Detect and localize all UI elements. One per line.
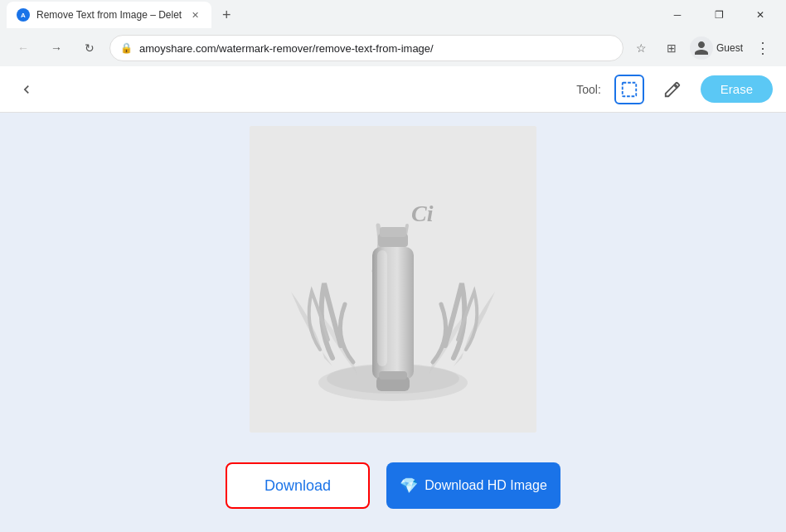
download-button[interactable]: Download bbox=[226, 462, 370, 509]
diamond-icon: 💎 bbox=[400, 476, 418, 495]
action-bar: Download 💎 Download HD Image bbox=[0, 452, 786, 519]
window-controls: ─ ❐ ✕ bbox=[658, 2, 779, 28]
svg-rect-8 bbox=[379, 371, 407, 380]
profile-label: Guest bbox=[716, 42, 743, 54]
profile-icon[interactable] bbox=[690, 36, 713, 60]
back-nav-button[interactable]: ← bbox=[10, 35, 36, 61]
app-toolbar: Tool: Erase bbox=[0, 66, 786, 113]
restore-button[interactable]: ❐ bbox=[700, 2, 738, 28]
close-button[interactable]: ✕ bbox=[741, 2, 779, 28]
new-tab-button[interactable]: + bbox=[215, 3, 238, 27]
browser-icon[interactable]: ⊞ bbox=[660, 36, 683, 60]
svg-rect-9 bbox=[377, 250, 387, 366]
tool-label: Tool: bbox=[576, 83, 601, 96]
image-area: Ci bbox=[250, 126, 536, 433]
title-bar: A Remove Text from Image – Delet ✕ + ─ ❐… bbox=[0, 0, 786, 30]
svg-rect-5 bbox=[380, 227, 406, 237]
tab-close-button[interactable]: ✕ bbox=[188, 8, 201, 22]
erase-button[interactable]: Erase bbox=[701, 75, 773, 103]
minimize-button[interactable]: ─ bbox=[658, 2, 696, 28]
tab-title: Remove Text from Image – Delet bbox=[36, 9, 182, 21]
lock-icon: 🔒 bbox=[120, 42, 133, 54]
tab-favicon: A bbox=[17, 8, 30, 22]
download-hd-button[interactable]: 💎 Download HD Image bbox=[386, 462, 560, 509]
svg-text:Ci: Ci bbox=[411, 201, 434, 226]
address-bar: ← → ↻ 🔒 amoyshare.com/watermark-remover/… bbox=[0, 30, 786, 66]
product-image-svg: Ci bbox=[250, 126, 536, 433]
brush-tool-button[interactable] bbox=[657, 75, 687, 104]
address-input[interactable]: 🔒 amoyshare.com/watermark-remover/remove… bbox=[109, 35, 623, 61]
title-bar-left: A Remove Text from Image – Delet ✕ + bbox=[7, 2, 238, 28]
selection-tool-button[interactable] bbox=[614, 75, 644, 104]
download-hd-label: Download HD Image bbox=[425, 478, 547, 493]
bookmark-icon[interactable]: ☆ bbox=[630, 36, 653, 60]
reload-button[interactable]: ↻ bbox=[76, 35, 103, 61]
url-text: amoyshare.com/watermark-remover/remove-t… bbox=[139, 42, 613, 55]
page-content: Ci Download 💎 Download HD Image bbox=[0, 113, 786, 532]
profile-area: Guest bbox=[690, 36, 743, 60]
forward-nav-button[interactable]: → bbox=[43, 35, 70, 61]
more-options-button[interactable]: ⋮ bbox=[750, 35, 776, 61]
svg-rect-0 bbox=[623, 82, 637, 96]
browser-tab[interactable]: A Remove Text from Image – Delet ✕ bbox=[7, 2, 211, 28]
back-button[interactable] bbox=[13, 76, 40, 103]
